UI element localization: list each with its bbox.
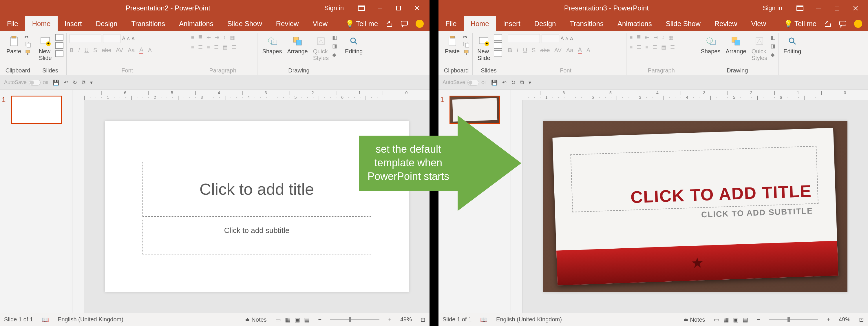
tab-insert[interactable]: Insert <box>58 16 89 31</box>
qat-dropdown-icon[interactable]: ▾ <box>90 80 93 86</box>
tab-design[interactable]: Design <box>89 16 125 31</box>
bullets-icon[interactable]: ≡ <box>191 34 194 40</box>
zoom-in-icon[interactable]: + <box>388 316 392 323</box>
indent-inc-icon[interactable]: ⇥ <box>215 34 219 40</box>
zoom-slider[interactable] <box>769 319 818 320</box>
slide-thumbnail[interactable]: 1 <box>3 96 69 124</box>
fit-to-window-icon[interactable]: ⊡ <box>859 316 864 323</box>
tab-review[interactable]: Review <box>269 16 306 31</box>
font-size-combo[interactable] <box>103 34 121 43</box>
reading-view-icon[interactable]: ▣ <box>294 316 300 323</box>
text-direction-icon[interactable]: ▦ <box>230 34 235 40</box>
shape-effects-icon[interactable]: ◆ <box>332 52 337 58</box>
strike-button[interactable]: abc <box>102 47 111 54</box>
title-placeholder[interactable]: Click to add title <box>143 162 371 217</box>
clear-format-icon[interactable]: A̶ <box>570 36 573 41</box>
sign-in-link[interactable]: Sign in <box>324 4 344 12</box>
zoom-in-icon[interactable]: + <box>827 316 830 323</box>
normal-view-icon[interactable]: ▭ <box>275 316 281 323</box>
changecase-button[interactable]: Aa <box>566 47 573 54</box>
arrange-button[interactable]: Arrange <box>724 34 748 56</box>
minimize-icon[interactable] <box>373 0 386 16</box>
align-right-icon[interactable]: ≡ <box>645 45 648 51</box>
slide-stage[interactable]: CLICK TO ADD TITLE CLICK TO ADD SUBTITLE <box>523 100 868 313</box>
slide-count[interactable]: Slide 1 of 1 <box>442 316 471 323</box>
clear-format-icon[interactable]: A̶ <box>131 36 135 41</box>
font-color-button[interactable]: A <box>578 47 582 54</box>
editing-button[interactable]: Editing <box>782 34 803 56</box>
align-left-icon[interactable]: ≡ <box>191 45 194 51</box>
maximize-icon[interactable] <box>392 0 405 16</box>
shape-outline-icon[interactable]: ◨ <box>771 43 776 49</box>
share-icon[interactable] <box>824 20 832 28</box>
tab-home[interactable]: Home <box>25 16 58 31</box>
spacing-button[interactable]: AV <box>116 47 123 54</box>
tab-transitions[interactable]: Transitions <box>124 16 172 31</box>
comments-icon[interactable] <box>839 20 846 28</box>
autosave-toggle[interactable]: AutoSaveOff <box>4 80 48 86</box>
format-painter-icon[interactable] <box>463 50 469 56</box>
shrink-font-icon[interactable]: A <box>127 36 129 41</box>
paste-button[interactable]: Paste <box>443 34 461 56</box>
highlight-button[interactable]: A <box>587 47 590 54</box>
tellme-icon[interactable]: 💡 Tell me <box>784 20 816 28</box>
shape-outline-icon[interactable]: ◨ <box>332 43 337 49</box>
shapes-button[interactable]: Shapes <box>699 34 722 56</box>
redo-icon[interactable]: ↻ <box>511 80 516 86</box>
tab-animations[interactable]: Animations <box>611 16 659 31</box>
language-status[interactable]: English (United Kingdom) <box>496 316 562 323</box>
tellme-icon[interactable]: 💡 Tell me <box>345 20 378 28</box>
slide-count[interactable]: Slide 1 of 1 <box>4 316 33 323</box>
shadow-button[interactable]: S <box>532 47 535 54</box>
save-icon[interactable]: 💾 <box>53 80 59 86</box>
font-name-combo[interactable] <box>508 34 540 43</box>
undo-icon[interactable]: ↶ <box>64 80 68 86</box>
layout-icon[interactable] <box>55 34 63 40</box>
smiley-icon[interactable] <box>854 20 862 28</box>
reading-view-icon[interactable]: ▣ <box>733 316 739 323</box>
tab-file[interactable]: File <box>0 16 25 31</box>
zoom-out-icon[interactable]: − <box>318 316 322 323</box>
section-icon[interactable] <box>494 51 502 57</box>
font-name-combo[interactable] <box>69 34 101 43</box>
shadow-button[interactable]: S <box>93 47 97 54</box>
autosave-toggle[interactable]: AutoSaveOff <box>442 80 487 86</box>
align-right-icon[interactable]: ≡ <box>207 45 210 51</box>
shape-fill-icon[interactable]: ◧ <box>771 34 776 40</box>
bold-button[interactable]: B <box>69 47 73 54</box>
numbering-icon[interactable]: ≣ <box>637 34 641 40</box>
changecase-button[interactable]: Aa <box>128 47 135 54</box>
linespacing-icon[interactable]: ↕ <box>662 34 664 40</box>
shape-fill-icon[interactable]: ◧ <box>332 34 337 40</box>
tab-slideshow[interactable]: Slide Show <box>659 16 708 31</box>
shapes-button[interactable]: Shapes <box>261 34 284 56</box>
undo-icon[interactable]: ↶ <box>502 80 506 86</box>
ribbon-display-icon[interactable] <box>355 0 368 16</box>
sorter-view-icon[interactable]: ▦ <box>723 316 729 323</box>
subtitle-placeholder[interactable]: CLICK TO ADD SUBTITLE <box>701 206 813 219</box>
comments-icon[interactable] <box>401 20 408 28</box>
cut-icon[interactable]: ✂ <box>463 34 469 40</box>
font-color-button[interactable]: A <box>139 47 143 54</box>
layout-icon[interactable] <box>494 34 502 40</box>
indent-inc-icon[interactable]: ⇥ <box>653 34 658 40</box>
reset-icon[interactable] <box>55 42 63 49</box>
redo-icon[interactable]: ↻ <box>73 80 77 86</box>
title-placeholder[interactable]: CLICK TO ADD TITLE <box>570 146 818 212</box>
section-icon[interactable] <box>55 51 63 57</box>
tab-slideshow[interactable]: Slide Show <box>220 16 269 31</box>
numbering-icon[interactable]: ≣ <box>198 34 203 40</box>
italic-button[interactable]: I <box>517 47 519 54</box>
indent-dec-icon[interactable]: ⇤ <box>645 34 649 40</box>
indent-dec-icon[interactable]: ⇤ <box>207 34 211 40</box>
bullets-icon[interactable]: ≡ <box>630 34 633 40</box>
new-slide-button[interactable]: ✦ New Slide <box>37 34 53 63</box>
copy-icon[interactable] <box>25 41 31 48</box>
tab-view[interactable]: View <box>744 16 773 31</box>
spellcheck-icon[interactable]: 📖 <box>42 316 49 323</box>
justify-icon[interactable]: ☰ <box>653 44 657 51</box>
align-left-icon[interactable]: ≡ <box>630 45 633 51</box>
minimize-icon[interactable] <box>812 0 825 16</box>
arrange-button[interactable]: Arrange <box>285 34 309 56</box>
grow-font-icon[interactable]: A <box>561 36 564 41</box>
